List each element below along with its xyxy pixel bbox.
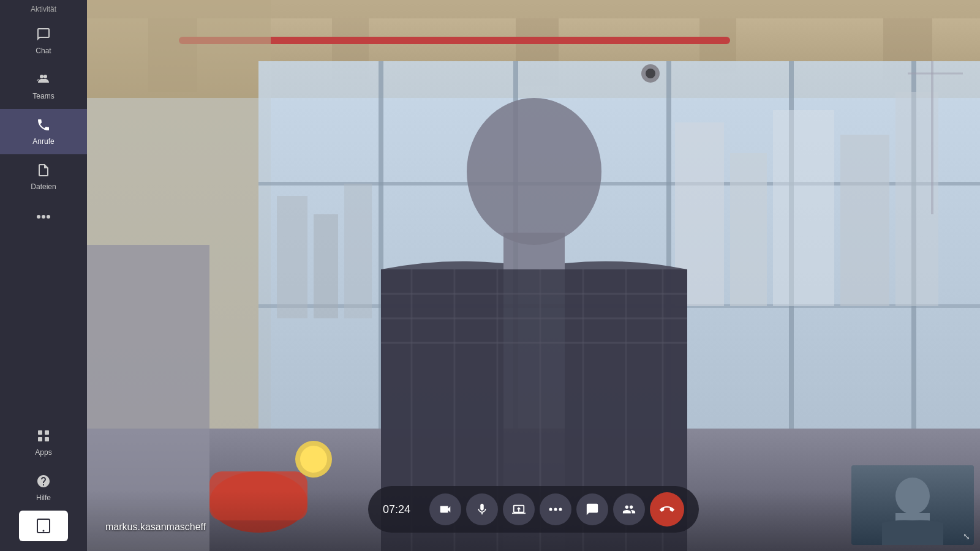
caller-name: markus.kasanmascheff bbox=[105, 522, 206, 533]
share-screen-button[interactable] bbox=[503, 493, 535, 525]
participants-button[interactable] bbox=[613, 493, 645, 525]
sidebar-item-apps[interactable]: Apps bbox=[0, 420, 87, 465]
svg-rect-8 bbox=[45, 437, 49, 441]
svg-point-4 bbox=[47, 215, 50, 219]
video-feed bbox=[87, 0, 980, 551]
pip-container[interactable]: ⤡ bbox=[851, 465, 974, 545]
apps-icon bbox=[36, 429, 51, 446]
svg-rect-7 bbox=[38, 437, 42, 441]
sidebar-hilfe-label: Hilfe bbox=[36, 493, 51, 502]
svg-point-59 bbox=[646, 69, 655, 78]
sidebar-item-hilfe[interactable]: Hilfe bbox=[0, 465, 87, 511]
end-call-button[interactable] bbox=[650, 492, 684, 527]
sidebar-item-chat[interactable]: Chat bbox=[0, 18, 87, 64]
help-icon bbox=[36, 474, 51, 491]
sidebar-item-dateien[interactable]: Dateien bbox=[0, 154, 87, 200]
svg-point-10 bbox=[43, 530, 45, 532]
phone-icon bbox=[36, 118, 51, 135]
main-content: 07:24 bbox=[87, 0, 980, 551]
sidebar-item-anrufe[interactable]: Anrufe bbox=[0, 109, 87, 154]
svg-rect-38 bbox=[344, 184, 372, 318]
call-timer: 07:24 bbox=[383, 503, 420, 516]
sidebar-chat-label: Chat bbox=[36, 47, 51, 55]
svg-point-63 bbox=[559, 508, 562, 511]
svg-point-3 bbox=[42, 215, 45, 219]
ellipsis-icon bbox=[36, 208, 51, 222]
svg-rect-5 bbox=[38, 430, 42, 435]
call-controls-bar: 07:24 bbox=[368, 486, 699, 533]
sidebar-item-more[interactable] bbox=[0, 200, 87, 230]
svg-rect-6 bbox=[45, 430, 49, 435]
sidebar-aktivitat: Aktivität bbox=[0, 0, 87, 18]
sidebar-item-teams[interactable]: Teams bbox=[0, 64, 87, 109]
pip-swap-icon[interactable]: ⤡ bbox=[963, 531, 970, 541]
teams-icon bbox=[36, 72, 51, 89]
sidebar: Aktivität Chat Teams Anrufe bbox=[0, 0, 87, 551]
mic-button[interactable] bbox=[466, 493, 498, 525]
svg-point-0 bbox=[40, 75, 43, 78]
sidebar-bottom: Apps Hilfe bbox=[0, 420, 87, 551]
svg-rect-46 bbox=[503, 233, 565, 269]
svg-rect-37 bbox=[314, 214, 338, 318]
chat-control-button[interactable] bbox=[576, 493, 608, 525]
camera-button[interactable] bbox=[429, 493, 461, 525]
svg-point-45 bbox=[467, 98, 601, 245]
svg-rect-32 bbox=[840, 135, 889, 306]
svg-rect-30 bbox=[730, 153, 767, 306]
sidebar-dateien-label: Dateien bbox=[31, 182, 56, 191]
sidebar-anrufe-label: Anrufe bbox=[32, 137, 54, 146]
device-button[interactable] bbox=[19, 511, 68, 541]
more-options-button[interactable] bbox=[540, 493, 571, 525]
files-icon bbox=[36, 163, 51, 180]
svg-point-62 bbox=[554, 508, 557, 511]
svg-rect-36 bbox=[277, 196, 307, 318]
svg-point-1 bbox=[43, 75, 47, 78]
pip-video bbox=[851, 465, 974, 545]
svg-point-2 bbox=[37, 215, 40, 219]
svg-point-61 bbox=[549, 508, 552, 511]
svg-rect-31 bbox=[773, 110, 834, 306]
svg-point-65 bbox=[895, 478, 930, 514]
chat-icon bbox=[36, 27, 51, 44]
sidebar-apps-label: Apps bbox=[35, 448, 51, 457]
sidebar-teams-label: Teams bbox=[32, 92, 54, 100]
aktivitat-label: Aktivität bbox=[31, 5, 56, 13]
